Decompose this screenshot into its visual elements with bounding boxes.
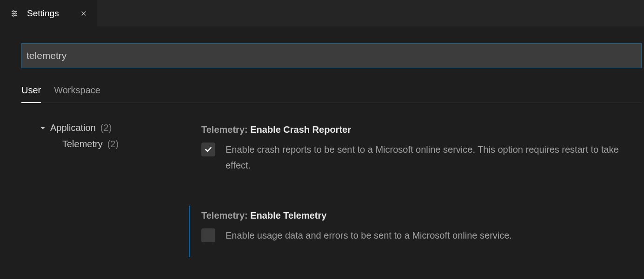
tree-item-telemetry[interactable]: Telemetry (2) [40,136,189,152]
settings-icon [10,9,19,18]
settings-list: Telemetry: Enable Crash Reporter Enable … [189,120,644,276]
tree-count: (2) [107,139,119,149]
setting-name: Enable Telemetry [250,210,326,221]
search-container [21,43,642,68]
settings-editor: User Workspace Application (2) Telemetry… [0,26,644,276]
checkbox-enable-telemetry[interactable] [201,228,215,242]
setting-category: Telemetry: [201,124,248,135]
tab-workspace[interactable]: Workspace [54,85,100,103]
setting-title: Telemetry: Enable Crash Reporter [201,124,624,135]
setting-title: Telemetry: Enable Telemetry [201,210,624,221]
tab-bar: Settings [0,0,644,26]
svg-point-4 [15,13,16,14]
svg-point-3 [13,11,14,12]
tab-title: Settings [27,8,59,19]
setting-enable-telemetry: Telemetry: Enable Telemetry Enable usage… [189,206,635,257]
search-input[interactable] [27,50,637,61]
chevron-down-icon [40,125,46,131]
tree-item-application[interactable]: Application (2) [40,120,189,136]
tree-label: Application [50,123,96,133]
tab-user[interactable]: User [21,85,41,103]
svg-point-5 [13,15,14,16]
tree-label: Telemetry [62,139,103,149]
setting-name: Enable Crash Reporter [250,124,351,135]
settings-tree: Application (2) Telemetry (2) [21,120,189,276]
setting-description: Enable crash reports to be sent to a Mic… [226,142,624,173]
setting-description: Enable usage data and errors to be sent … [226,227,512,243]
checkbox-enable-crash-reporter[interactable] [201,143,215,156]
setting-enable-crash-reporter: Telemetry: Enable Crash Reporter Enable … [189,120,635,187]
tab-settings[interactable]: Settings [0,0,98,26]
check-icon [204,145,212,154]
tree-count: (2) [100,123,112,133]
setting-category: Telemetry: [201,210,248,221]
close-icon[interactable] [79,8,89,19]
scope-tabs: User Workspace [21,85,642,103]
